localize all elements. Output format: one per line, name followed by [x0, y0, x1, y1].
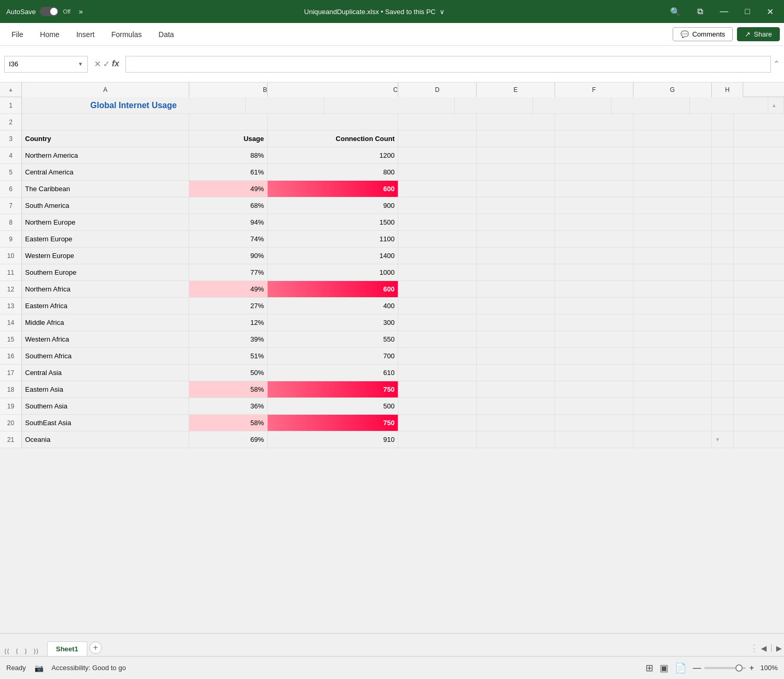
cell-g[interactable] [633, 298, 712, 314]
cell-e[interactable] [533, 97, 612, 113]
zoom-level[interactable]: 100% [760, 664, 778, 672]
cell-f[interactable] [555, 131, 633, 147]
cell-country[interactable]: The Caribbean [22, 181, 189, 197]
cell-country[interactable]: Northern America [22, 147, 189, 163]
table-row[interactable]: 18Eastern Asia58%750 [0, 381, 784, 398]
cell-connection-count[interactable]: 610 [268, 365, 398, 381]
formula-input[interactable] [125, 56, 771, 73]
cell-country[interactable]: Central America [22, 164, 189, 180]
cell-usage[interactable]: 36% [189, 398, 268, 414]
cell-d[interactable] [398, 214, 477, 230]
cell-usage[interactable]: 61% [189, 164, 268, 180]
zoom-slider[interactable]: — + [693, 663, 754, 673]
cell-e[interactable] [477, 281, 555, 297]
confirm-formula-btn[interactable]: ✓ [103, 59, 110, 69]
cell-f[interactable] [555, 348, 633, 364]
cell-g[interactable] [633, 398, 712, 414]
table-row[interactable]: 14Middle Africa12%300 [0, 314, 784, 331]
cell-d[interactable] [398, 398, 477, 414]
cell-usage[interactable]: 88% [189, 147, 268, 163]
cell-usage[interactable]: 74% [189, 231, 268, 247]
cell-country[interactable]: Southern Europe [22, 264, 189, 280]
cell-usage[interactable]: 49% [189, 181, 268, 197]
cell-g[interactable] [690, 97, 768, 113]
cell-e[interactable] [477, 264, 555, 280]
cell-g[interactable] [633, 331, 712, 347]
cell-d[interactable] [398, 181, 477, 197]
cell-d[interactable] [398, 131, 477, 147]
cell-d[interactable] [398, 331, 477, 347]
more-btn[interactable]: » [79, 7, 83, 16]
cell-d[interactable] [398, 415, 477, 431]
cell-connection-count[interactable]: 600 [268, 281, 398, 297]
cell-f[interactable] [555, 365, 633, 381]
cell-connection-count[interactable] [268, 114, 398, 130]
cell-e[interactable] [477, 415, 555, 431]
cell-d[interactable] [398, 314, 477, 331]
cell-country[interactable]: Western Europe [22, 248, 189, 264]
cell-d[interactable] [398, 298, 477, 314]
cell-g[interactable] [633, 365, 712, 381]
table-row[interactable]: 19Southern Asia36%500 [0, 398, 784, 415]
menu-home[interactable]: Home [33, 27, 67, 42]
table-row[interactable]: 20SouthEast Asia58%750 [0, 415, 784, 431]
cell-d[interactable] [398, 381, 477, 397]
hscroll-right-btn[interactable]: ▶ [776, 644, 782, 652]
col-header-g[interactable]: G [633, 83, 712, 97]
col-header-f[interactable]: F [555, 83, 633, 97]
table-row[interactable]: 21Oceania69%910▼ [0, 431, 784, 448]
cell-e[interactable] [477, 398, 555, 414]
cell-connection-count[interactable]: 400 [268, 298, 398, 314]
cell-connection-count[interactable]: 600 [268, 181, 398, 197]
cell-e[interactable] [477, 131, 555, 147]
cell-f[interactable] [555, 331, 633, 347]
cell-e[interactable] [477, 181, 555, 197]
cell-g[interactable] [633, 264, 712, 280]
name-box[interactable]: I36 ▼ [4, 56, 88, 73]
table-row[interactable]: 6The Caribbean49%600 [0, 181, 784, 197]
add-sheet-btn[interactable]: + [89, 641, 102, 654]
cell-f[interactable] [555, 281, 633, 297]
cell-e[interactable] [477, 314, 555, 331]
cell-usage[interactable]: 58% [189, 381, 268, 397]
cell-g[interactable] [633, 231, 712, 247]
cell-f[interactable] [555, 264, 633, 280]
cell-connection-count[interactable]: Connection Count [268, 131, 398, 147]
cell-f[interactable] [555, 314, 633, 331]
cell-d[interactable] [398, 231, 477, 247]
name-box-arrow[interactable]: ▼ [78, 61, 83, 67]
cell-e[interactable] [477, 298, 555, 314]
cell-g[interactable] [633, 214, 712, 230]
cell-f[interactable] [612, 97, 690, 113]
close-btn[interactable]: ✕ [763, 5, 778, 19]
cell-e[interactable] [477, 197, 555, 214]
cell-d[interactable] [398, 164, 477, 180]
page-layout-btn[interactable]: ▣ [660, 662, 668, 674]
cell-connection-count[interactable]: 1100 [268, 231, 398, 247]
cell-connection-count[interactable]: 700 [268, 348, 398, 364]
cell-f[interactable] [555, 147, 633, 163]
cell-f[interactable] [555, 214, 633, 230]
cell-country[interactable]: Western Africa [22, 331, 189, 347]
cell-usage[interactable]: 77% [189, 264, 268, 280]
table-row[interactable]: 3CountryUsageConnection Count [0, 131, 784, 147]
cell-e[interactable] [477, 114, 555, 130]
zoom-plus-btn[interactable]: + [749, 663, 754, 673]
cell-f[interactable] [555, 114, 633, 130]
table-row[interactable]: 15Western Africa39%550 [0, 331, 784, 348]
dropdown-arrow[interactable]: ∨ [440, 8, 445, 16]
table-row[interactable]: 8Northern Europe94%1500 [0, 214, 784, 231]
cell-usage[interactable]: 49% [189, 281, 268, 297]
cell-d[interactable] [398, 248, 477, 264]
table-row[interactable]: 2 [0, 114, 784, 131]
cell-f[interactable] [555, 248, 633, 264]
tab-nav-prev[interactable]: ⟨ [14, 647, 20, 656]
cell-f[interactable] [555, 181, 633, 197]
cell-usage[interactable]: 68% [189, 197, 268, 214]
cell-connection-count[interactable]: 900 [268, 197, 398, 214]
cell-usage[interactable]: Usage [189, 131, 268, 147]
cell-e[interactable] [477, 365, 555, 381]
maximize-btn[interactable]: □ [741, 5, 754, 18]
cell-country[interactable]: Central Asia [22, 365, 189, 381]
hscroll-left-btn[interactable]: ◀ [761, 644, 767, 652]
